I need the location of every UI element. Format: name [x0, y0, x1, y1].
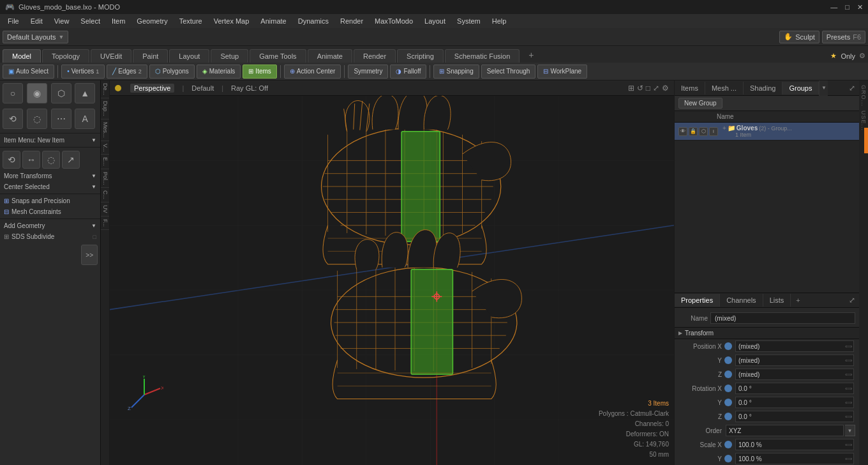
side-tab-v[interactable]: V... [101, 141, 109, 155]
maximize-btn[interactable]: □ [845, 3, 849, 11]
menu-vertex-map[interactable]: Vertex Map [209, 16, 255, 26]
auto-select-btn[interactable]: ▣ Auto Select [3, 65, 54, 79]
name-value[interactable]: (mixed) [710, 312, 855, 324]
snaps-btn[interactable]: ⊞ Snaps and Precision [0, 195, 100, 206]
menu-render[interactable]: Render [335, 16, 368, 26]
tool-tri[interactable]: ▲ [75, 83, 95, 103]
maximize-icon[interactable]: ⤢ [848, 82, 857, 94]
layout-dropdown[interactable]: Default Layouts ▼ [3, 31, 68, 43]
tool-rotate[interactable]: ⟲ [3, 109, 23, 129]
tab-channels[interactable]: Channels [720, 294, 763, 307]
tool-sphere[interactable]: ○ [3, 83, 23, 103]
tab-uvedit[interactable]: UVEdit [91, 49, 131, 63]
select-through-btn[interactable]: Select Through [481, 65, 536, 79]
tab-schematic-fusion[interactable]: Schematic Fusion [445, 49, 520, 63]
minimize-btn[interactable]: — [830, 3, 837, 11]
polygons-btn[interactable]: ⬡ Polygons [149, 65, 195, 79]
perspective-label[interactable]: Perspective [130, 84, 174, 93]
mesh-constraints-btn[interactable]: ⊟ Mesh Constraints [0, 206, 100, 217]
sculpt-btn[interactable]: ✋ Sculpt [779, 31, 819, 43]
tab-layout[interactable]: Layout [169, 49, 209, 63]
menu-texture[interactable]: Texture [174, 16, 207, 26]
tab-topology[interactable]: Topology [42, 49, 89, 63]
more-transforms-btn[interactable]: More Transforms [0, 171, 100, 181]
viewport-camera-icon[interactable]: □ [646, 84, 650, 93]
tool-text[interactable]: A [75, 109, 95, 129]
tab-setup[interactable]: Setup [211, 49, 248, 63]
menu-layout[interactable]: Layout [419, 16, 451, 26]
viewport-canvas[interactable]: X Y Z 3 Items Polygons : Catmull-Clark C… [110, 96, 674, 465]
lock-toggle[interactable]: 🔒 [689, 127, 698, 136]
position-x-input[interactable]: (mixed) ⟺ [735, 340, 854, 352]
tool-circle[interactable]: ◌ [27, 109, 47, 129]
transform-other-btn[interactable]: ↗ [62, 151, 80, 169]
tab-dropdown[interactable]: ▼ [819, 80, 828, 96]
viewport-refresh-icon[interactable]: ↺ [637, 84, 643, 93]
side-strip-gro[interactable]: Gro... [860, 83, 867, 109]
side-tab-pol[interactable]: Pol... [101, 169, 109, 188]
menu-dynamics[interactable]: Dynamics [293, 16, 334, 26]
order-input[interactable]: XYZ [726, 425, 844, 436]
items-btn[interactable]: ⊞ Items [243, 65, 276, 79]
tab-paint[interactable]: Paint [133, 49, 168, 63]
props-tab-add[interactable]: + [791, 294, 805, 307]
tab-add-btn[interactable]: + [523, 47, 539, 63]
eye-toggle[interactable]: 👁 [678, 127, 687, 136]
workplane-btn[interactable]: ⊟ WorkPlane [537, 65, 587, 79]
tab-lists[interactable]: Lists [763, 294, 791, 307]
tab-scripting[interactable]: Scripting [397, 49, 444, 63]
rotation-z-input[interactable]: 0.0 ° ⟺ [735, 411, 854, 422]
new-group-btn[interactable]: New Group [678, 98, 722, 109]
tab-groups[interactable]: Groups [782, 82, 819, 95]
presets-btn[interactable]: Presets F6 [822, 31, 865, 43]
menu-item[interactable]: Item [107, 16, 130, 26]
info-toggle[interactable]: i [709, 127, 718, 136]
tab-items[interactable]: Items [675, 82, 705, 95]
side-tab-e[interactable]: E... [101, 155, 109, 169]
menu-system[interactable]: System [452, 16, 486, 26]
side-tab-de[interactable]: De... [101, 80, 109, 98]
action-center-btn[interactable]: ⊕ Action Center [284, 65, 341, 79]
position-z-input[interactable]: (mixed) ⟺ [735, 369, 854, 380]
scale-x-input[interactable]: 100.0 % ⟺ [735, 439, 854, 450]
menu-select[interactable]: Select [75, 16, 105, 26]
menu-geometry[interactable]: Geometry [131, 16, 172, 26]
center-selected-btn[interactable]: Center Selected [0, 181, 100, 192]
edges-btn[interactable]: ╱ Edges 2 [107, 65, 147, 79]
viewport[interactable]: Perspective | Default | Ray GL: Off ⊞ ↺ … [110, 80, 674, 465]
add-geometry-btn[interactable]: Add Geometry [0, 220, 100, 231]
vertices-btn[interactable]: • Vertices 1 [61, 65, 105, 79]
transform-rotate-btn[interactable]: ⟲ [3, 151, 20, 169]
tab-animate[interactable]: Animate [308, 49, 352, 63]
scale-y-input[interactable]: 100.0 % ⟺ [735, 453, 854, 464]
menu-file[interactable]: File [3, 16, 24, 26]
transform-scale-btn[interactable]: ◌ [42, 151, 60, 169]
falloff-btn[interactable]: ◑ Falloff [390, 65, 426, 79]
side-tab-uv[interactable]: UV [101, 202, 109, 217]
rotation-y-input[interactable]: 0.0 ° ⟺ [735, 397, 854, 408]
menu-edit[interactable]: Edit [26, 16, 48, 26]
side-tab-c[interactable]: C... [101, 188, 109, 202]
side-tab-f[interactable]: F... [101, 217, 109, 230]
groups-row-gloves[interactable]: 👁 🔒 ⬡ i + 📁 Gloves (2) - Group... 1 Item [675, 123, 859, 141]
symmetry-btn[interactable]: Symmetry [348, 65, 388, 79]
tab-model[interactable]: Model [3, 49, 41, 63]
side-tab-mes[interactable]: Mes... [101, 119, 109, 141]
tab-properties[interactable]: Properties [675, 294, 720, 307]
position-y-input[interactable]: (mixed) ⟺ [735, 354, 854, 366]
tab-shading[interactable]: Shading [744, 82, 782, 95]
sds-subdivide-btn[interactable]: ⊞ SDS Subdivide □ [0, 231, 100, 242]
order-dropdown[interactable]: ▼ [845, 425, 855, 436]
tool-dots[interactable]: ⋯ [51, 109, 71, 129]
menu-help[interactable]: Help [487, 16, 512, 26]
rotation-x-input[interactable]: 0.0 ° ⟺ [735, 383, 854, 394]
viewport-frame-icon[interactable]: ⊞ [628, 84, 634, 93]
raygl-label[interactable]: Ray GL: Off [231, 84, 268, 92]
materials-btn[interactable]: ◈ Materials [197, 65, 241, 79]
render-toggle[interactable]: ⬡ [699, 127, 708, 136]
menu-maxtomodo[interactable]: MaxToModo [370, 16, 418, 26]
side-tab-dup[interactable]: Dup... [101, 98, 109, 119]
tab-game-tools[interactable]: Game Tools [250, 49, 306, 63]
more-btn[interactable]: >> [81, 245, 98, 265]
tab-render[interactable]: Render [354, 49, 396, 63]
